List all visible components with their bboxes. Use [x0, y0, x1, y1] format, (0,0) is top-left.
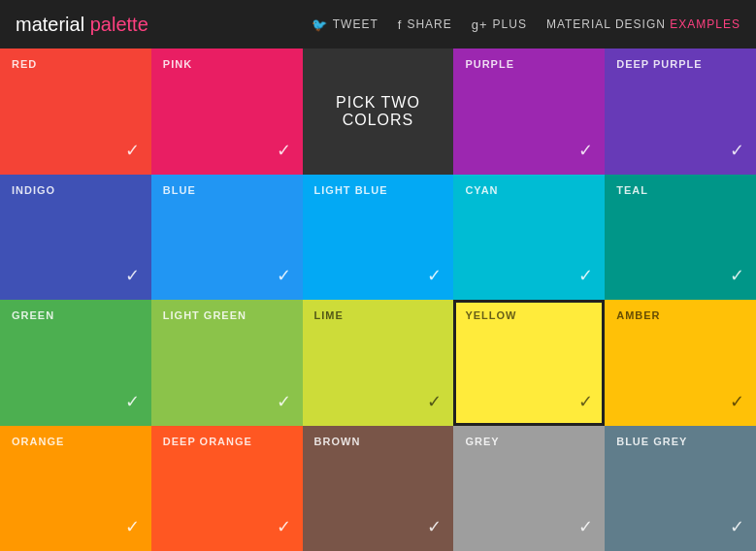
check-red: ✓ [125, 140, 140, 161]
color-name-deep-orange: DEEP ORANGE [163, 436, 291, 447]
color-cell-indigo[interactable]: INDIGO ✓ [0, 175, 151, 301]
color-name-green: GREEN [12, 309, 140, 321]
logo-material: material [16, 14, 84, 35]
check-brown: ✓ [427, 516, 442, 537]
color-name-light-green: LIGHT GREEN [163, 309, 291, 321]
check-cyan: ✓ [578, 265, 593, 286]
color-name-grey: GREY [465, 436, 593, 447]
material-design-link[interactable]: MATERIAL DESIGN EXAMPLES [546, 17, 740, 31]
twitter-icon: 🐦 [312, 17, 328, 32]
color-cell-brown[interactable]: BROWN ✓ [303, 426, 454, 552]
check-yellow: ✓ [578, 391, 593, 412]
color-name-lime: LIME [314, 309, 443, 321]
check-light-blue: ✓ [427, 265, 442, 286]
pick-text: PICK TWO COLORS [314, 94, 443, 129]
app-logo: material palette [16, 14, 148, 36]
color-cell-yellow[interactable]: YELLOW ✓ [453, 300, 605, 426]
color-name-blue-grey: BLUE GREY [616, 436, 744, 447]
color-name-brown: BROWN [314, 436, 443, 447]
color-cell-blue-grey[interactable]: BLUE GREY ✓ [605, 426, 756, 552]
color-cell-blue[interactable]: BLUE ✓ [151, 175, 303, 301]
check-lime: ✓ [427, 391, 442, 412]
share-button[interactable]: f SHARE [398, 17, 452, 32]
check-pink: ✓ [277, 140, 291, 161]
check-orange: ✓ [125, 516, 140, 537]
color-cell-light-green[interactable]: LIGHT GREEN ✓ [151, 300, 303, 426]
check-deep-purple: ✓ [730, 140, 744, 161]
color-name-deep-purple: DEEP PURPLE [616, 58, 744, 70]
color-cell-red[interactable]: RED ✓ [0, 49, 151, 175]
color-cell-orange[interactable]: ORANGE ✓ [0, 426, 151, 552]
color-cell-deep-purple[interactable]: DEEP PURPLE ✓ [605, 49, 756, 175]
color-name-teal: TEAL [616, 184, 744, 196]
logo-palette: palette [90, 14, 148, 35]
color-cell-light-blue[interactable]: LIGHT BLUE ✓ [303, 175, 454, 301]
color-cell-deep-orange[interactable]: DEEP ORANGE ✓ [151, 426, 303, 552]
color-cell-cyan[interactable]: CYAN ✓ [453, 175, 605, 301]
check-deep-orange: ✓ [277, 516, 291, 537]
header: material palette 🐦 TWEET f SHARE g+ PLUS… [0, 0, 756, 49]
color-cell-lime[interactable]: LIME ✓ [303, 300, 454, 426]
check-purple: ✓ [578, 140, 593, 161]
color-name-blue: BLUE [163, 184, 291, 196]
color-name-cyan: CYAN [465, 184, 593, 196]
check-amber: ✓ [730, 391, 744, 412]
color-cell-amber[interactable]: AMBER ✓ [605, 300, 756, 426]
plus-button[interactable]: g+ PLUS [472, 17, 527, 32]
facebook-icon: f [398, 17, 403, 32]
check-green: ✓ [125, 391, 140, 412]
color-cell-purple[interactable]: PURPLE ✓ [453, 49, 605, 175]
check-indigo: ✓ [125, 265, 140, 286]
check-light-green: ✓ [277, 391, 291, 412]
plus-label: PLUS [493, 17, 527, 31]
color-name-indigo: INDIGO [12, 184, 140, 196]
color-cell-pink[interactable]: PINK ✓ [151, 49, 303, 175]
share-label: SHARE [407, 17, 451, 31]
color-grid: RED ✓ PINK ✓ PICK TWO COLORS PURPLE ✓ DE… [0, 49, 756, 551]
check-blue-grey: ✓ [730, 516, 744, 537]
examples-label: EXAMPLES [670, 17, 740, 31]
color-cell-grey[interactable]: GREY ✓ [453, 426, 605, 552]
color-name-pink: PINK [163, 58, 291, 70]
tweet-label: TWEET [333, 17, 378, 31]
color-name-purple: PURPLE [465, 58, 593, 70]
color-name-amber: AMBER [616, 309, 744, 321]
color-name-red: RED [12, 58, 140, 70]
tweet-button[interactable]: 🐦 TWEET [312, 17, 378, 32]
color-name-orange: ORANGE [12, 436, 140, 447]
color-cell-teal[interactable]: TEAL ✓ [605, 175, 756, 301]
color-cell-green[interactable]: GREEN ✓ [0, 300, 151, 426]
google-plus-icon: g+ [472, 17, 488, 32]
check-grey: ✓ [578, 516, 593, 537]
color-name-light-blue: LIGHT BLUE [314, 184, 443, 196]
material-design-label: MATERIAL DESIGN [546, 17, 666, 31]
pick-two-colors-cell: PICK TWO COLORS [303, 49, 454, 175]
check-teal: ✓ [730, 265, 744, 286]
color-name-yellow: YELLOW [465, 309, 593, 321]
check-blue: ✓ [277, 265, 291, 286]
